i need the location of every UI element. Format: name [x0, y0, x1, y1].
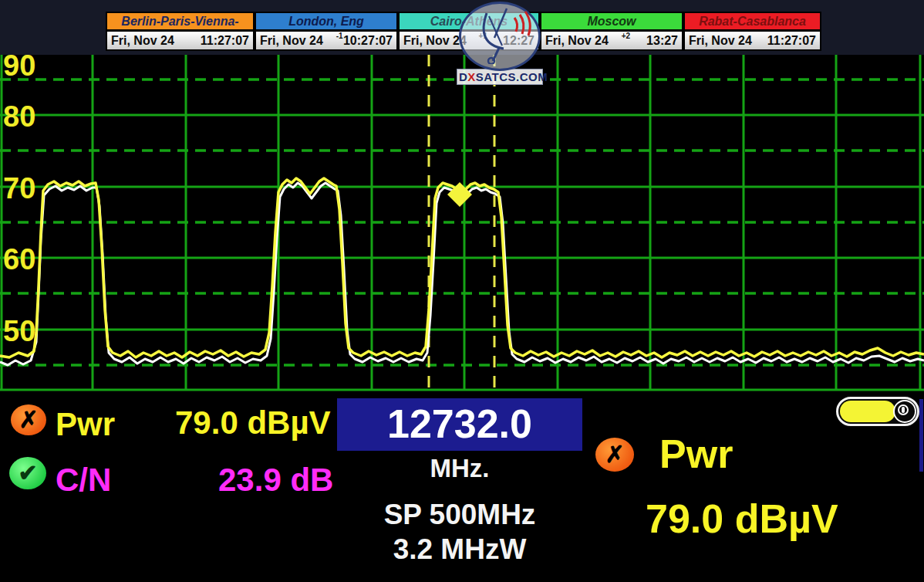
pwr-label-right: Pwr [659, 431, 733, 477]
cn-value: 23.9 dB [218, 462, 333, 499]
clock-time-row: Fri, Nov 2411:27:07 [683, 31, 821, 51]
pwr-value-right: 79.0 dBµV [646, 496, 838, 542]
clock-date: Fri, Nov 24 [111, 34, 174, 48]
clock-time: 11:27:07 [767, 34, 816, 48]
right-edge-strip [919, 399, 923, 472]
clock-city-label: London, Eng [255, 12, 398, 31]
x-glyph: ✗ [19, 408, 38, 431]
center-frequency-display[interactable]: 12732.0 [337, 398, 582, 451]
satellite-meter-screen: Berlin-Paris-Vienna-RomaFri, Nov 2411:27… [0, 0, 924, 582]
power-toggle[interactable] [836, 397, 919, 426]
pwr-alarm-x-icon: ✗ [11, 404, 46, 435]
satellite-dish-logo-icon [459, 2, 541, 71]
y-axis-label: 60 [3, 243, 35, 276]
span-label: SP 500MHz [337, 499, 582, 531]
cn-ok-check-icon: ✔ [9, 457, 46, 489]
clock-time-row: Fri, Nov 2411:27:07 [106, 31, 255, 51]
clock-date: Fri, Nov 24 [545, 34, 609, 48]
clock-date: Fri, Nov 24 [689, 34, 752, 48]
y-axis-label: 80 [3, 100, 35, 133]
logo-x: X [467, 70, 476, 83]
clock-date: Fri, Nov 24 [260, 34, 323, 48]
y-axis-label: 50 [3, 315, 35, 347]
check-glyph: ✔ [18, 462, 37, 485]
pwr-alarm-x-icon-right: ✗ [595, 438, 634, 472]
clock-3: MoscowFri, Nov 24+213:27 [540, 12, 683, 51]
clock-utc-offset: +2 [622, 32, 630, 40]
x-glyph: ✗ [605, 443, 624, 466]
y-axis-label: 70 [3, 172, 35, 205]
logo-text: DXSATCS.COM [457, 69, 543, 85]
spectrum-display: 9080706050 [0, 55, 924, 394]
clock-time: 10:27:07 [343, 34, 393, 48]
clock-utc-offset: -1 [336, 32, 343, 40]
toggle-knob-icon [893, 400, 916, 423]
clock-city-label: Rabat-Casablanca [683, 12, 821, 31]
toggle-fill [840, 401, 895, 422]
clock-time: 11:27:07 [201, 34, 249, 48]
logo-rest: SATCS.COM [476, 70, 548, 83]
pwr-value-left: 79.0 dBµV [175, 404, 331, 442]
trace-white [0, 183, 924, 365]
clock-city-label: Moscow [540, 12, 683, 31]
measurement-panel: ✗ Pwr 79.0 dBµV 12732.0 MHz. ✔ C/N 23.9 … [0, 394, 924, 582]
pwr-label-left: Pwr [56, 406, 115, 443]
bandwidth-label: 3.2 MHzW [337, 533, 582, 566]
clock-1: London, EngFri, Nov 24-110:27:07 [255, 12, 398, 51]
dxsatcs-logo: DXSATCS.COM [457, 2, 543, 85]
frequency-unit-label: MHz. [337, 454, 582, 483]
clock-time-row: Fri, Nov 24+213:27 [540, 31, 683, 51]
clock-time-row: Fri, Nov 24-110:27:07 [255, 31, 398, 51]
y-axis-label: 90 [3, 55, 35, 82]
clock-0: Berlin-Paris-Vienna-RomaFri, Nov 2411:27… [106, 12, 255, 51]
clock-4: Rabat-CasablancaFri, Nov 2411:27:07 [683, 12, 821, 51]
clock-time: 13:27 [646, 34, 678, 48]
cn-label: C/N [56, 462, 111, 499]
clock-city-label: Berlin-Paris-Vienna-Roma [106, 12, 255, 31]
logo-d: D [459, 70, 467, 83]
